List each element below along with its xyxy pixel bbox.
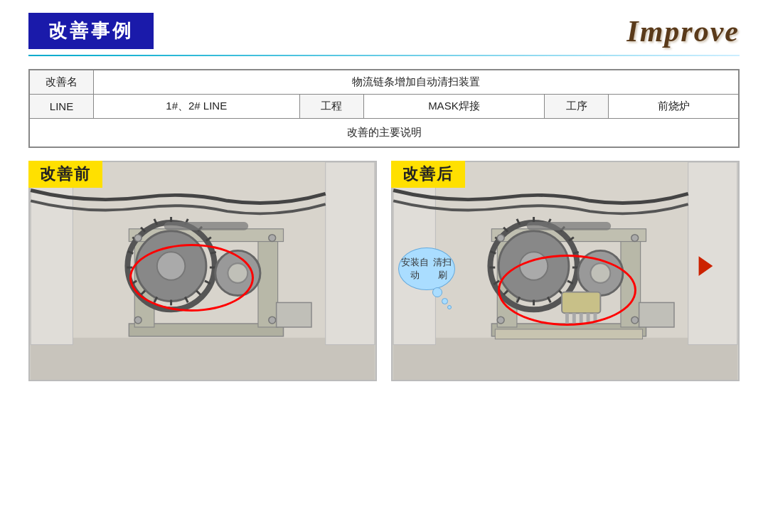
main-description: 改善的主要说明 xyxy=(30,119,739,147)
svg-point-33 xyxy=(134,235,142,242)
cloud-callout: 安装自动 清扫刷 xyxy=(398,248,455,290)
svg-point-81 xyxy=(631,316,639,324)
improve-logo: Improve xyxy=(626,14,740,48)
line-label: LINE xyxy=(30,95,94,119)
info-table: 改善名 物流链条增加自动清扫装置 LINE 1#、2# LINE 工程 MASK… xyxy=(29,70,739,147)
before-image xyxy=(28,161,377,381)
svg-point-79 xyxy=(497,316,504,324)
svg-rect-83 xyxy=(639,302,674,327)
svg-point-49 xyxy=(520,252,548,280)
before-label: 改善前 xyxy=(28,161,102,188)
header: 改善事例 Improve xyxy=(0,0,768,49)
line-value: 1#、2# LINE xyxy=(94,95,300,119)
svg-rect-72 xyxy=(562,292,600,314)
svg-line-15 xyxy=(210,252,216,253)
step-label: 工序 xyxy=(545,95,609,119)
svg-point-34 xyxy=(134,316,142,324)
info-table-wrapper: 改善名 物流链条增加自动清扫装置 LINE 1#、2# LINE 工程 MASK… xyxy=(28,69,740,148)
svg-point-71 xyxy=(591,263,611,283)
svg-line-54 xyxy=(573,252,579,253)
svg-point-36 xyxy=(269,316,276,324)
svg-rect-73 xyxy=(565,313,569,324)
svg-rect-1 xyxy=(31,338,375,380)
cloud-bubble-2 xyxy=(442,298,448,304)
improve-name-label: 改善名 xyxy=(30,70,94,95)
svg-rect-45 xyxy=(621,233,641,327)
page-title: 改善事例 xyxy=(28,13,154,49)
svg-rect-39 xyxy=(393,338,737,380)
svg-rect-43 xyxy=(495,329,642,339)
svg-point-35 xyxy=(269,235,276,242)
after-label: 改善后 xyxy=(391,161,465,188)
improve-name-value: 物流链条增加自动清扫装置 xyxy=(94,70,739,95)
cloud-bubble-1 xyxy=(432,287,442,297)
cloud-text: 安装自动 清扫刷 xyxy=(398,248,455,290)
before-after-section: 改善前 xyxy=(28,161,740,381)
callout-line1: 安装自动 xyxy=(399,256,431,282)
svg-point-10 xyxy=(157,252,185,280)
svg-rect-68 xyxy=(527,222,611,230)
after-block: 改善后 xyxy=(391,161,740,381)
before-block: 改善前 xyxy=(28,161,377,381)
before-machine-svg xyxy=(30,162,375,380)
svg-rect-77 xyxy=(593,313,597,324)
svg-rect-75 xyxy=(580,313,583,324)
process-value: MASK焊接 xyxy=(363,95,545,119)
svg-rect-29 xyxy=(164,222,248,230)
callout-line2: 清扫刷 xyxy=(431,256,454,282)
svg-rect-41 xyxy=(688,162,737,345)
svg-rect-37 xyxy=(277,302,311,327)
svg-rect-74 xyxy=(572,313,576,324)
after-image: 安装自动 清扫刷 xyxy=(391,161,740,381)
header-divider xyxy=(28,55,740,56)
svg-rect-2 xyxy=(31,162,73,345)
svg-rect-6 xyxy=(258,233,278,327)
step-value: 前烧炉 xyxy=(609,95,739,119)
svg-rect-3 xyxy=(326,162,375,345)
svg-rect-76 xyxy=(587,313,590,324)
svg-point-80 xyxy=(631,235,639,242)
process-label: 工程 xyxy=(299,95,363,119)
cloud-bubble-3 xyxy=(447,305,452,309)
svg-point-78 xyxy=(497,235,504,242)
svg-point-32 xyxy=(228,263,248,283)
